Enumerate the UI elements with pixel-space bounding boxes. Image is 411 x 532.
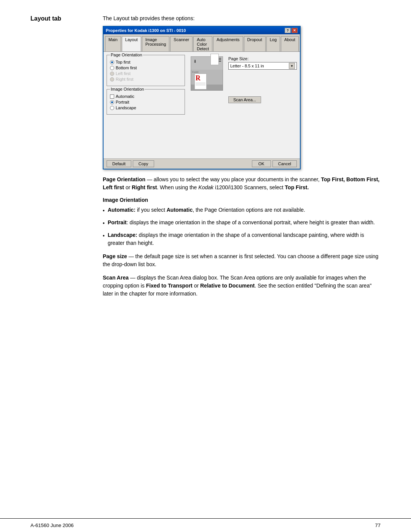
radio-right-first[interactable]: Right first [110,77,182,81]
right-panel: Page Size: Letter - 8.5 x 11 in ▼ Scan A… [228,55,297,118]
help-button[interactable]: ? [285,28,291,33]
radio-right-first-label: Right first [116,77,133,81]
tab-log[interactable]: Log [266,36,280,52]
radio-landscape[interactable]: Landscape [110,105,182,110]
bullet-portrait-text: Portrait: displays the image orientation… [108,219,375,227]
right-first-bold: Right first [132,184,157,190]
radio-left-first-circle [110,72,114,76]
top-first-bold: Top First. [285,184,309,190]
bullet-landscape: • Landscape: displays the image orientat… [103,231,381,247]
tab-dropout[interactable]: Dropout [244,36,266,52]
cancel-button[interactable]: Cancel [272,160,297,167]
titlebar-buttons: ? ✕ [285,28,298,33]
page-size-term: Page size [103,253,127,259]
dialog-footer-left: Default Copy [107,160,154,167]
bullet-dot-1: • [103,207,105,215]
automatic-bold-2: Automatic [167,207,193,213]
tab-image-processing[interactable]: Image Processing [142,36,169,52]
tab-auto-color-detect[interactable]: Auto Color Detect [193,36,212,52]
radio-landscape-circle [110,106,114,110]
section-heading: Layout tab [30,15,91,22]
default-button[interactable]: Default [107,160,131,167]
bullet-automatic: • Automatic: if you select Automatic, th… [103,206,381,215]
radio-landscape-label: Landscape [116,105,136,110]
page-orientation-group: Page Orientation Top first Bottom first [107,55,185,86]
radio-left-first-label: Left first [116,71,131,76]
radio-bottom-first-circle [110,66,114,70]
page-size-select[interactable]: Letter - 8.5 x 11 in ▼ [228,62,297,70]
scan-area-button[interactable]: Scan Area... [228,96,261,103]
image-orientation-bullets: • Automatic: if you select Automatic, th… [103,206,381,247]
dialog-title: Properties for Kodak i1300 on STI - 0010 [106,28,285,33]
dialog-footer-right: OK Cancel [252,160,297,167]
radio-portrait[interactable]: Portrait [110,100,182,104]
page-footer: A-61560 June 2006 77 [0,518,411,532]
dialog-footer: Default Copy OK Cancel [104,158,300,169]
page-orientation-term: Page Orientation [103,176,145,182]
checkbox-automatic[interactable]: Automatic [110,94,182,99]
tab-about[interactable]: About [281,36,299,52]
radio-portrait-label: Portrait [116,100,129,104]
bullet-portrait: • Portrait: displays the image orientati… [103,219,381,227]
bullet-landscape-text: Landscape: displays the image orientatio… [108,231,381,247]
radio-right-first-circle [110,77,114,81]
bullet-automatic-text: Automatic: if you select Automatic, the … [108,206,305,214]
dialog-box: Properties for Kodak i1300 on STI - 0010… [103,26,301,169]
select-arrow-icon: ▼ [289,63,295,69]
dialog-titlebar: Properties for Kodak i1300 on STI - 0010… [104,27,300,34]
relative-to-document-bold: Relative to Document [200,283,255,289]
footer-right-text: 77 [375,522,381,528]
tab-adjustments[interactable]: Adjustments [213,36,243,52]
page-orientation-title: Page Orientation [110,53,143,57]
image-orientation-title: Image Orientation [110,87,145,91]
radio-top-first[interactable]: Top first [110,60,182,64]
footer-left-text: A-61560 June 2006 [30,522,73,528]
ok-button[interactable]: OK [252,160,271,167]
dialog-tabs: Main Layout Image Processing Scanner Aut… [104,34,300,52]
radio-bottom-first-label: Bottom first [116,66,137,70]
bullet-dot-3: • [103,232,105,240]
tab-scanner[interactable]: Scanner [170,36,193,52]
tab-layout[interactable]: Layout [122,36,141,52]
checkbox-automatic-label: Automatic [116,94,134,99]
intro-text: The Layout tab provides these options: [103,15,381,21]
left-panel: Page Orientation Top first Bottom first [107,55,185,118]
radio-left-first[interactable]: Left first [110,71,182,76]
automatic-bold: Automatic: [108,207,135,213]
bullet-dot-2: • [103,219,105,227]
page-size-desc: Page size — the default page size is set… [103,252,381,268]
image-orientation-group: Image Orientation Automatic Portrait [107,89,185,115]
scanner-graphic-area: ⬇ [189,55,225,118]
checkbox-automatic-box [110,94,114,99]
radio-top-first-label: Top first [116,60,131,64]
fixed-to-transport-bold: Fixed to Transport [146,283,193,289]
page-size-label: Page Size: [228,56,297,61]
radio-portrait-circle [110,100,114,104]
radio-top-first-circle [110,60,114,64]
kodak-italic: Kodak [198,184,213,190]
image-orientation-heading: Image Orientation [103,197,381,203]
tab-main[interactable]: Main [105,36,121,52]
scan-area-term: Scan Area [103,275,129,281]
radio-bottom-first[interactable]: Bottom first [110,66,182,70]
page-size-value: Letter - 8.5 x 11 in [230,64,264,68]
portrait-bold: Portrait [108,219,127,225]
page-orientation-desc: Page Orientation — allows you to select … [103,176,381,192]
close-button[interactable]: ✕ [292,28,298,33]
dialog-body: Page Orientation Top first Bottom first [104,52,300,158]
landscape-bold: Landscape: [108,232,137,238]
scan-area-desc: Scan Area — displays the Scan Area dialo… [103,274,381,298]
scanner-illustration: ⬇ [191,56,223,96]
copy-button[interactable]: Copy [133,160,154,167]
